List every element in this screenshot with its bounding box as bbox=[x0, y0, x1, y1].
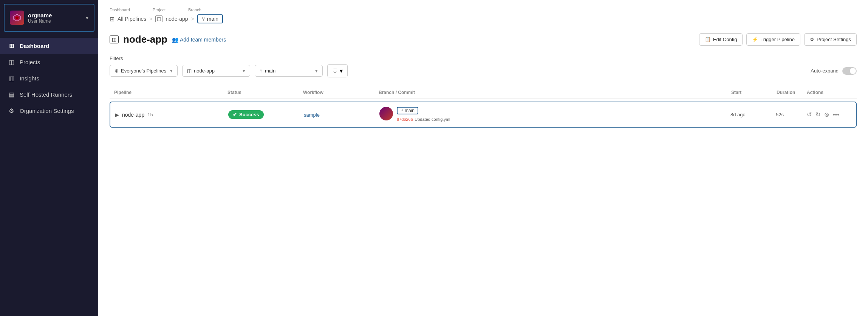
col-duration: Duration bbox=[777, 90, 807, 95]
workflow-link[interactable]: sample bbox=[304, 112, 320, 118]
sidebar-label-projects: Projects bbox=[20, 59, 40, 65]
trigger-pipeline-label: Trigger Pipeline bbox=[760, 37, 795, 42]
breadcrumb-all-pipelines[interactable]: All Pipelines bbox=[118, 16, 146, 22]
rerun-failed-button[interactable]: ↻ bbox=[815, 110, 821, 119]
breadcrumb-area: Dashboard Project Branch ⊞ All Pipelines… bbox=[98, 0, 868, 27]
sidebar-label-dashboard: Dashboard bbox=[20, 43, 49, 49]
sidebar-item-organization-settings[interactable]: ⚙ Organization Settings bbox=[0, 103, 98, 119]
sidebar-nav: ⊞ Dashboard ◫ Projects ▥ Insights ▤ Self… bbox=[0, 35, 98, 316]
table-row: ▶ node-app 15 ✔ Success sample bbox=[110, 102, 857, 128]
branch-icon-small: ⑂ bbox=[401, 108, 403, 113]
table-header: Pipeline Status Workflow Branch / Commit… bbox=[110, 87, 857, 99]
commit-message: Updated config.yml bbox=[415, 117, 450, 122]
breadcrumb-path: ⊞ All Pipelines > ◫ node-app > ⑂ main bbox=[110, 14, 857, 23]
sidebar-item-projects[interactable]: ◫ Projects bbox=[0, 54, 98, 70]
actions-cell: ↺ ↻ ⊗ ••• bbox=[806, 110, 851, 119]
sidebar: orgname User Name ▾ ⊞ Dashboard ◫ Projec… bbox=[0, 0, 98, 316]
status-badge: ✔ Success bbox=[228, 110, 264, 119]
col-pipeline: Pipeline bbox=[114, 90, 227, 95]
auto-expand-area: Auto-expand bbox=[811, 67, 857, 75]
more-actions-button[interactable]: ••• bbox=[832, 111, 840, 119]
commit-line: 87d626b Updated config.yml bbox=[397, 116, 450, 122]
breadcrumb-sep-1: > bbox=[149, 16, 152, 22]
col-start: Start bbox=[731, 90, 777, 95]
page-title-area: ◫ node-app 👥 Add team members bbox=[110, 34, 226, 45]
auto-expand-toggle[interactable] bbox=[842, 67, 857, 75]
org-info: orgname User Name bbox=[28, 12, 82, 24]
commit-hash: 87d626b bbox=[397, 117, 413, 122]
sidebar-item-self-hosted-runners[interactable]: ▤ Self-Hosted Runners bbox=[0, 86, 98, 103]
breadcrumb-labels: Dashboard Project Branch bbox=[110, 8, 857, 12]
workflow-cell: sample bbox=[304, 111, 379, 118]
auto-expand-label: Auto-expand bbox=[811, 68, 839, 74]
status-cell: ✔ Success bbox=[228, 110, 304, 119]
trigger-pipeline-button[interactable]: ⚡ Trigger Pipeline bbox=[746, 33, 800, 46]
add-team-members-link[interactable]: 👥 Add team members bbox=[172, 37, 226, 43]
grid-icon: ⊞ bbox=[110, 15, 114, 23]
branch-filter-value: main bbox=[265, 68, 275, 74]
branch-filter-chevron: ▾ bbox=[315, 68, 318, 74]
dashboard-icon: ⊞ bbox=[8, 42, 15, 49]
project-settings-icon: ⚙ bbox=[810, 37, 814, 42]
breadcrumb-label-branch: Branch bbox=[188, 8, 201, 12]
pipeline-expand-icon[interactable]: ▶ bbox=[115, 112, 119, 118]
project-settings-label: Project Settings bbox=[817, 37, 851, 42]
main-content: Dashboard Project Branch ⊞ All Pipelines… bbox=[98, 0, 868, 316]
col-status: Status bbox=[227, 90, 303, 95]
success-check-icon: ✔ bbox=[233, 112, 237, 117]
header-actions: 📋 Edit Config ⚡ Trigger Pipeline ⚙ Proje… bbox=[699, 33, 857, 46]
edit-config-label: Edit Config bbox=[713, 37, 737, 42]
col-workflow: Workflow bbox=[303, 90, 379, 95]
advanced-filter-button[interactable]: ⛉ ▾ bbox=[327, 64, 348, 77]
page-header: ◫ node-app 👥 Add team members 📋 Edit Con… bbox=[98, 27, 868, 52]
org-switcher[interactable]: orgname User Name ▾ bbox=[4, 4, 94, 32]
col-actions: Actions bbox=[807, 90, 852, 95]
project-settings-button[interactable]: ⚙ Project Settings bbox=[804, 33, 857, 46]
project-filter-chevron: ▾ bbox=[243, 68, 245, 74]
add-members-label: Add team members bbox=[180, 37, 226, 43]
sidebar-item-dashboard[interactable]: ⊞ Dashboard bbox=[0, 38, 98, 54]
pipeline-filter-icon: ⊚ bbox=[114, 68, 119, 74]
breadcrumb-branch-label: main bbox=[207, 16, 218, 22]
branch-avatar bbox=[379, 107, 393, 120]
sidebar-item-insights[interactable]: ▥ Insights bbox=[0, 70, 98, 86]
sidebar-label-org-settings: Organization Settings bbox=[20, 108, 74, 114]
org-name: orgname bbox=[28, 12, 82, 18]
branch-icon: ⑂ bbox=[202, 16, 205, 22]
duration-cell: 52s bbox=[776, 112, 806, 117]
cancel-button[interactable]: ⊗ bbox=[823, 110, 830, 119]
project-filter-icon: ◫ bbox=[187, 68, 192, 74]
breadcrumb-sep-2: > bbox=[191, 16, 194, 22]
pipeline-filter-select[interactable]: ⊚ Everyone's Pipelines ▾ bbox=[110, 65, 178, 77]
branch-name: main bbox=[405, 108, 415, 113]
breadcrumb-node-app[interactable]: node-app bbox=[166, 16, 188, 22]
start-cell: 8d ago bbox=[730, 112, 776, 117]
breadcrumb-branch-box[interactable]: ⑂ main bbox=[197, 14, 223, 23]
settings-icon: ⚙ bbox=[8, 107, 15, 114]
filters-area: Filters ⊚ Everyone's Pipelines ▾ ◫ node-… bbox=[98, 52, 868, 83]
insights-icon: ▥ bbox=[8, 75, 15, 82]
branch-name-box[interactable]: ⑂ main bbox=[397, 107, 418, 114]
sidebar-label-runners: Self-Hosted Runners bbox=[20, 91, 72, 98]
sidebar-label-insights: Insights bbox=[20, 75, 39, 82]
breadcrumb-label-project: Project bbox=[153, 8, 166, 12]
projects-icon: ◫ bbox=[8, 59, 15, 66]
project-filter-value: node-app bbox=[194, 68, 215, 74]
breadcrumb-label-dashboard: Dashboard bbox=[110, 8, 130, 12]
rerun-button[interactable]: ↺ bbox=[806, 110, 812, 119]
branch-filter-select[interactable]: ⑂ main ▾ bbox=[255, 65, 323, 77]
branch-commit-info: ⑂ main 87d626b Updated config.yml bbox=[397, 107, 450, 122]
pipeline-number: 15 bbox=[147, 112, 153, 117]
branch-filter-icon: ⑂ bbox=[260, 68, 263, 74]
pipeline-name-cell: ▶ node-app 15 bbox=[115, 112, 228, 118]
project-filter-select[interactable]: ◫ node-app ▾ bbox=[182, 65, 250, 77]
pipeline-filter-chevron: ▾ bbox=[170, 68, 173, 74]
filter-icon: ⛉ bbox=[332, 68, 338, 74]
chevron-down-icon: ▾ bbox=[86, 15, 88, 21]
edit-config-button[interactable]: 📋 Edit Config bbox=[699, 33, 743, 46]
pipeline-name-value: node-app bbox=[122, 112, 144, 118]
runners-icon: ▤ bbox=[8, 91, 15, 98]
pipeline-table: Pipeline Status Workflow Branch / Commit… bbox=[98, 83, 868, 131]
add-members-icon: 👥 bbox=[172, 37, 178, 43]
node-app-icon: ◫ bbox=[110, 35, 119, 43]
